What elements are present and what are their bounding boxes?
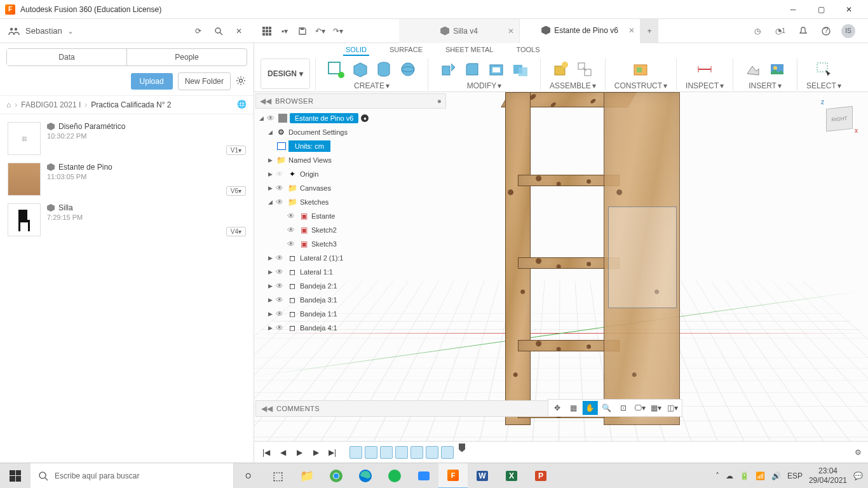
new-folder-button[interactable]: New Folder [178,72,231,90]
avatar[interactable]: IS [841,24,855,38]
undo-icon[interactable]: ↶▾ [313,24,328,39]
group-label[interactable]: MODIFY▾ [467,81,502,90]
close-tab-icon[interactable]: ✕ [628,26,635,35]
zoomfit-icon[interactable]: ⊡ [616,401,631,415]
joint-icon[interactable] [574,58,595,80]
group-label[interactable]: SELECT▾ [806,81,841,90]
close-button[interactable]: ✕ [835,0,863,19]
tree-canvases[interactable]: ▶👁📁Canvases [255,181,446,195]
tree-sketch[interactable]: 👁▣Sketch3 [255,237,446,251]
file-item[interactable]: Silla 7:29:15 PM V4▾ [4,200,250,240]
version-badge[interactable]: V6▾ [226,186,246,196]
timeline-end-icon[interactable]: ▶| [327,447,338,458]
gear-icon[interactable]: ⚙ [855,448,862,457]
component-icon[interactable] [550,58,571,80]
ribbon-tab-tools[interactable]: TOOLS [513,44,542,56]
lookat-icon[interactable]: ▦ [566,401,581,415]
measure-icon[interactable] [694,58,715,80]
close-tab-icon[interactable]: ✕ [508,27,514,36]
help-icon[interactable]: ? [818,24,834,39]
tree-root[interactable]: ◢👁Estante de Pino v6● [255,111,446,125]
save-icon[interactable] [295,24,310,39]
team-icon[interactable] [8,26,20,36]
extensions-icon[interactable]: ◷ [750,24,765,39]
grid-icon[interactable]: ▦▾ [649,401,664,415]
eye-icon[interactable]: 👁 [276,323,285,332]
collapse-icon[interactable]: ◀◀ [260,97,271,105]
tree-sketch[interactable]: 👁▣Sketch2 [255,223,446,237]
taskview-icon[interactable]: ○ [234,463,263,489]
search-icon[interactable] [211,24,226,39]
file-item[interactable]: ▥ Diseño Paramétrico 10:30:22 PM V1▾ [4,118,250,159]
timeline-feature[interactable] [426,446,438,459]
username[interactable]: Sebastian [25,26,62,36]
powerpoint-icon[interactable]: P [526,463,555,489]
shell-icon[interactable] [485,58,507,80]
box-icon[interactable] [349,58,370,80]
edge-icon[interactable] [351,463,380,489]
tab-silla[interactable]: Silla v4 ✕ [399,19,520,43]
chrome-icon[interactable] [322,463,351,489]
timeline-feature[interactable] [410,446,423,459]
eye-icon[interactable]: 👁 [287,212,296,220]
word-icon[interactable]: W [468,463,497,489]
eye-icon[interactable]: 👁 [267,114,276,123]
tree-body[interactable]: ▶👁◻Bandeja 2:1 [255,279,446,293]
tree-body[interactable]: ▶👁◻Lateral 2 (1):1 [255,251,446,265]
eye-icon[interactable]: 👁 [276,309,285,318]
tree-body[interactable]: ▶👁◻Bandeja 1:1 [255,307,446,321]
tree-namedviews[interactable]: ▶📁Named Views [255,153,446,167]
crumb-folder[interactable]: Practica Calificada N° 2 [91,100,171,109]
notifications-icon[interactable] [796,24,811,39]
group-label[interactable]: ASSEMBLE▾ [550,81,596,90]
version-badge[interactable]: V4▾ [226,227,246,236]
combine-icon[interactable] [510,58,531,80]
battery-icon[interactable]: 🔋 [740,471,749,480]
viewcube[interactable]: z RIGHT x [820,98,858,137]
minimize-button[interactable]: ─ [779,0,807,19]
pan-icon[interactable]: ✋ [583,401,598,415]
file-item[interactable]: Estante de Pino 11:03:05 PM V6▾ [4,159,250,200]
action-center-icon[interactable]: 💬 [853,471,863,480]
explorer-icon[interactable]: 📁 [292,463,322,489]
decal-icon[interactable] [742,58,764,80]
eye-icon[interactable]: 👁 [276,198,285,207]
zoom-icon[interactable] [409,463,438,489]
excel-icon[interactable]: X [497,463,526,489]
gear-icon[interactable] [236,76,247,87]
taskbar-app[interactable]: ⬚ [263,463,292,489]
radio-icon[interactable]: ● [361,114,369,122]
eye-icon[interactable]: 👁 [287,240,296,248]
sphere-icon[interactable] [397,58,419,80]
maximize-button[interactable]: ▢ [807,0,835,19]
viewcube-face[interactable]: RIGHT [826,106,853,132]
tree-body[interactable]: ▶👁◻Bandeja 3:1 [255,293,446,307]
volume-icon[interactable]: 🔊 [771,471,781,480]
plane-icon[interactable] [630,58,651,80]
clock[interactable]: 23:04 29/04/2021 [809,466,847,485]
pin-icon[interactable]: ● [437,97,442,105]
group-label[interactable]: INSERT▾ [749,81,782,90]
timeline-feature[interactable] [395,446,408,459]
crumb-project[interactable]: FABDIG01 2021 I [21,100,81,109]
fusion-icon[interactable]: F [438,463,468,489]
select-icon[interactable] [813,58,834,80]
redo-icon[interactable]: ↷▾ [330,24,346,39]
spotify-icon[interactable] [380,463,409,489]
home-icon[interactable]: ⌂ [6,100,11,109]
presspull-icon[interactable] [437,58,459,80]
shelf-model[interactable] [505,92,683,429]
canvas-icon[interactable] [766,58,788,80]
zoom-icon[interactable]: 🔍 [599,401,614,415]
tree-origin[interactable]: ▶👁✦Origin [255,167,446,181]
eye-icon[interactable]: 👁 [276,281,285,290]
collapse-icon[interactable]: ◀◀ [261,404,273,413]
orbit-icon[interactable]: ✥ [550,401,565,415]
globe-icon[interactable]: 🌐 [237,100,247,110]
refresh-icon[interactable]: ⟳ [191,24,206,39]
fillet-icon[interactable] [461,58,483,80]
eye-icon[interactable]: 👁 [276,254,285,262]
eye-icon[interactable]: 👁 [287,226,296,234]
chevron-down-icon[interactable]: ⌄ [67,27,74,36]
design-dropdown[interactable]: DESIGN▾ [261,58,310,89]
